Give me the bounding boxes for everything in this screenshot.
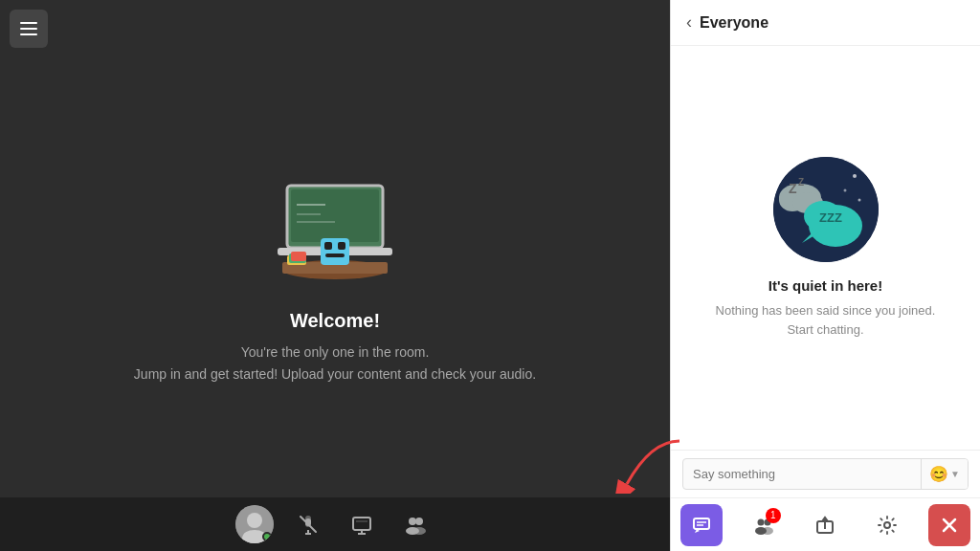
svg-point-32 xyxy=(853,174,857,178)
svg-point-29 xyxy=(412,527,426,535)
classroom-illustration xyxy=(258,166,412,291)
mute-button[interactable] xyxy=(289,505,327,543)
chat-bottom-toolbar: 1 xyxy=(671,497,980,551)
participants-button[interactable] xyxy=(396,505,434,543)
chat-header: ‹ Everyone xyxy=(671,0,980,46)
online-indicator xyxy=(262,532,272,541)
svg-text:ZZZ: ZZZ xyxy=(819,210,842,225)
chat-tab-button[interactable] xyxy=(680,504,723,546)
svg-point-33 xyxy=(843,189,846,192)
screen-share-button[interactable] xyxy=(343,505,381,543)
welcome-title: Welcome! xyxy=(290,310,380,332)
sleeping-illustration: Z Z ZZZ xyxy=(773,157,879,262)
svg-point-26 xyxy=(409,518,416,525)
participants-badge: 1 xyxy=(766,508,781,523)
svg-rect-7 xyxy=(338,242,345,250)
svg-rect-6 xyxy=(324,242,332,250)
chat-input[interactable] xyxy=(683,459,921,489)
chat-participants-button[interactable]: 1 xyxy=(743,504,785,546)
svg-point-48 xyxy=(757,518,764,525)
chat-input-area: 😊 ▼ xyxy=(671,450,980,497)
back-arrow-icon[interactable]: ‹ xyxy=(686,12,692,33)
quiet-title: It's quiet in here! xyxy=(768,277,882,294)
svg-rect-1 xyxy=(291,189,379,242)
svg-point-51 xyxy=(762,527,773,535)
menu-button[interactable] xyxy=(10,10,48,48)
chat-panel: ‹ Everyone Z Z xyxy=(670,0,980,551)
avatar-button[interactable] xyxy=(235,505,274,543)
bottom-toolbar xyxy=(0,497,670,551)
svg-rect-11 xyxy=(291,252,306,261)
close-button[interactable] xyxy=(928,504,970,546)
emoji-button[interactable]: 😊 ▼ xyxy=(921,459,968,489)
svg-rect-22 xyxy=(353,518,370,530)
svg-text:Z: Z xyxy=(789,181,797,196)
svg-rect-5 xyxy=(321,238,349,265)
share-button[interactable] xyxy=(804,504,846,546)
svg-text:Z: Z xyxy=(798,177,804,187)
welcome-subtitle: You're the only one in the room. Jump in… xyxy=(134,342,536,385)
main-content-area: Welcome! You're the only one in the room… xyxy=(0,0,670,551)
svg-point-27 xyxy=(415,518,423,525)
chat-title: Everyone xyxy=(700,14,768,32)
svg-point-54 xyxy=(884,522,890,528)
quiet-description: Nothing has been said since you joined. … xyxy=(716,301,936,339)
chat-body: Z Z ZZZ It's quiet in here! Nothing has … xyxy=(671,46,980,450)
svg-point-34 xyxy=(858,199,860,202)
welcome-content: Welcome! You're the only one in the room… xyxy=(134,166,536,385)
svg-point-16 xyxy=(247,513,262,528)
settings-button[interactable] xyxy=(866,504,908,546)
svg-rect-8 xyxy=(325,253,345,257)
svg-rect-19 xyxy=(305,518,311,526)
chat-input-row: 😊 ▼ xyxy=(682,458,969,490)
